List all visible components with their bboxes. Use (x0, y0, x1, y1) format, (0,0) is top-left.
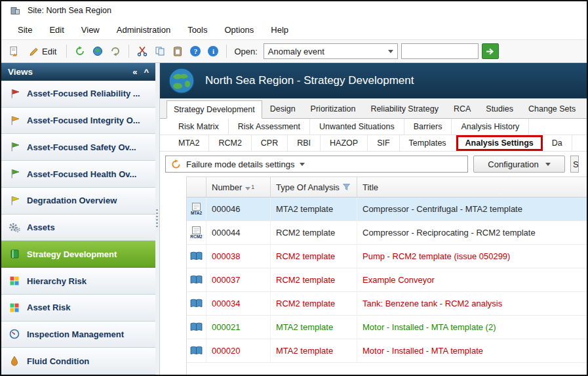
mta2-document-icon: MTA2 (187, 198, 206, 220)
copy-icon[interactable] (153, 44, 167, 58)
sidebar-item-label: Asset-Focused Safety Ov... (27, 142, 136, 152)
tab-change-sets[interactable]: Change Sets (521, 100, 583, 118)
cell-title: Compressor - Reciprocating - RCM2 templa… (357, 221, 587, 244)
table-row[interactable]: 000038 RCM2 template Pump - RCM2 templat… (187, 245, 587, 268)
subtab-data-truncated[interactable]: Da (543, 135, 572, 151)
edit-button[interactable]: Edit (24, 45, 60, 58)
menu-item-view[interactable]: View (73, 22, 108, 37)
flag-yellow-icon (8, 196, 21, 206)
cell-number: 000034 (206, 292, 271, 315)
truncated-button[interactable]: S (570, 156, 579, 173)
column-label: Type Of Analysis (276, 182, 340, 192)
subtab-risk-matrix[interactable]: Risk Matrix (169, 119, 229, 135)
chevron-down-icon (388, 50, 393, 53)
tab-strategy-development[interactable]: Strategy Development (167, 100, 262, 119)
sidebar-item-asset-focused-health[interactable]: Asset-Focused Health Ov... (1, 161, 155, 188)
subtab-risk-assessment[interactable]: Risk Assessment (229, 119, 310, 135)
sidebar-item-label: Inspection Management (27, 329, 124, 339)
risk-matrix-icon (8, 276, 21, 286)
subtab-barriers[interactable]: Barriers (404, 119, 452, 135)
help-icon[interactable]: ? (188, 44, 203, 58)
table-row[interactable]: 000034 RCM2 template Tank: Benzene tank … (187, 292, 587, 316)
tab-studies[interactable]: Studies (479, 100, 520, 118)
column-header-icon[interactable] (187, 177, 206, 197)
menu-item-tools[interactable]: Tools (179, 22, 216, 37)
views-sidebar: Views « ^ Asset-Focused Reliability ... … (1, 63, 155, 375)
subtab-cpr[interactable]: CPR (252, 135, 288, 151)
sidebar-item-label: Asset-Focused Integrity O... (27, 115, 140, 125)
table-row[interactable]: 000037 RCM2 template Example Conveyor (187, 268, 587, 292)
menu-item-options[interactable]: Options (216, 22, 263, 37)
help-glyph: ? (190, 46, 201, 56)
cell-type: MTA2 template (271, 198, 357, 220)
minimize-icon[interactable]: ^ (144, 67, 149, 77)
subtab-sif[interactable]: SIF (368, 135, 399, 151)
column-header-title[interactable]: Title (357, 177, 587, 197)
sidebar-item-degradation-overview[interactable]: Degradation Overview (1, 188, 155, 215)
tab-data-truncated[interactable]: Da (583, 100, 587, 118)
sync-icon[interactable] (108, 44, 123, 58)
subtab-rcm2[interactable]: RCM2 (209, 135, 251, 151)
filter-icon (343, 184, 350, 190)
cell-type: MTA2 template (271, 316, 357, 339)
tab-prioritization[interactable]: Prioritization (304, 100, 363, 118)
sidebar-item-strategy-development[interactable]: Strategy Development (1, 241, 155, 268)
sidebar-item-fluid-condition[interactable]: Fluid Condition (1, 348, 155, 375)
go-button[interactable] (482, 43, 499, 59)
subtab-hazop[interactable]: HAZOP (321, 135, 368, 151)
configuration-button-label: Configuration (488, 159, 538, 169)
paste-icon[interactable] (170, 44, 185, 58)
subtab-rbi[interactable]: RBI (288, 135, 321, 151)
column-header-number[interactable]: Number 1 (206, 177, 271, 197)
table-header-row: Number 1 Type Of Analysis Title (187, 177, 587, 198)
splitter-grip-icon (156, 209, 158, 229)
table-row[interactable]: 000020 MTA2 template Motor - Installed -… (187, 339, 587, 363)
secondary-combobox[interactable] (401, 43, 479, 59)
subtab-analysis-settings[interactable]: Analysis Settings (456, 135, 543, 151)
sidebar-item-asset-focused-integrity[interactable]: Asset-Focused Integrity O... (1, 108, 155, 135)
menu-item-administration[interactable]: Administration (108, 22, 179, 37)
sidebar-item-asset-focused-safety[interactable]: Asset-Focused Safety Ov... (1, 134, 155, 161)
cell-title: Motor - Installed - MTA template (357, 339, 587, 362)
subtab-mta2[interactable]: MTA2 (169, 135, 209, 151)
menu-item-edit[interactable]: Edit (41, 22, 72, 37)
book-icon (187, 316, 206, 339)
cell-title: Example Conveyor (357, 268, 587, 291)
cell-type: RCM2 template (271, 245, 357, 268)
sidebar-item-asset-risk[interactable]: Asset Risk (1, 295, 155, 322)
titlebar: Site: North Sea Region (1, 1, 587, 20)
risk-matrix-icon (8, 303, 21, 313)
cell-title: Compressor - Centrifugal - MTA2 template (357, 198, 587, 220)
open-combobox[interactable]: Anomaly event (264, 43, 398, 59)
sidebar-splitter[interactable] (155, 63, 160, 375)
subtab-unwanted-situations[interactable]: Unwanted Situations (310, 119, 404, 135)
sidebar-item-assets[interactable]: Assets (1, 215, 155, 241)
main-tabs: Strategy Development Design Prioritizati… (160, 98, 587, 119)
subtab-analysis-history[interactable]: Analysis History (452, 119, 529, 135)
info-icon[interactable]: i (206, 44, 220, 58)
new-document-icon[interactable] (7, 44, 21, 58)
sidebar-item-hierarchy-risk[interactable]: Hierarchy Risk (1, 268, 155, 295)
configuration-button[interactable]: Configuration (473, 156, 565, 173)
table-row[interactable]: MTA2 000046 MTA2 template Compressor - C… (187, 198, 587, 221)
menu-item-site[interactable]: Site (9, 22, 41, 37)
settings-dropdown[interactable]: Failure mode details settings (165, 156, 468, 173)
menu-item-help[interactable]: Help (262, 22, 297, 37)
cell-type: RCM2 template (271, 292, 357, 315)
table-row[interactable]: RCM2 000044 RCM2 template Compressor - R… (187, 221, 587, 245)
refresh-icon[interactable] (73, 44, 87, 58)
collapse-icon[interactable]: « (132, 67, 137, 77)
tab-reliability-strategy[interactable]: Reliability Strategy (363, 100, 446, 118)
column-header-type-of-analysis[interactable]: Type Of Analysis (271, 177, 357, 197)
main-header: North Sea Region - Strategy Development (160, 63, 587, 98)
tab-design[interactable]: Design (263, 100, 303, 118)
sidebar-item-inspection-management[interactable]: Inspection Management (1, 322, 155, 348)
sidebar-item-asset-focused-reliability[interactable]: Asset-Focused Reliability ... (1, 81, 155, 108)
sidebar-item-label: Fluid Condition (27, 356, 89, 366)
app-window: Site: North Sea Region Site Edit View Ad… (0, 0, 588, 376)
table-row[interactable]: 000021 MTA2 template Motor - Installed -… (187, 316, 587, 339)
map-icon[interactable] (90, 44, 105, 58)
subtab-templates[interactable]: Templates (400, 135, 456, 151)
cut-icon[interactable] (135, 44, 149, 58)
tab-rca[interactable]: RCA (446, 100, 478, 118)
